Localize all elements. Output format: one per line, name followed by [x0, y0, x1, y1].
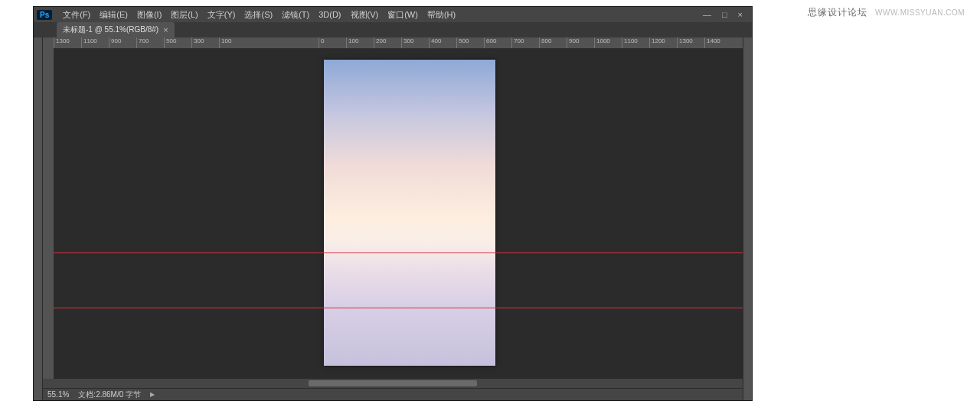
ruler-horizontal[interactable]: 1300 1100 900 700 500 300 100 0 100 200 … — [43, 37, 743, 48]
ruler-vertical[interactable] — [43, 48, 54, 379]
ruler-tick: 500 — [164, 37, 176, 48]
document-tabbar: 未标题-1 @ 55.1%(RGB/8#) × — [34, 22, 752, 37]
window-controls: — □ × — [701, 10, 749, 19]
ruler-tick: 100 — [346, 37, 358, 48]
menu-image[interactable]: 图像(I) — [132, 9, 166, 21]
menu-window[interactable]: 窗口(W) — [383, 9, 423, 21]
right-panel-strip[interactable] — [743, 37, 752, 400]
watermark-en: WWW.MISSYUAN.COM — [875, 8, 965, 17]
document-tab-title: 未标题-1 @ 55.1%(RGB/8#) — [63, 24, 158, 35]
document-tab[interactable]: 未标题-1 @ 55.1%(RGB/8#) × — [57, 22, 175, 37]
minimize-button[interactable]: — — [701, 10, 713, 19]
menu-filter[interactable]: 滤镜(T) — [277, 9, 314, 21]
ruler-tick: 400 — [429, 37, 441, 48]
canvas-area: 1300 1100 900 700 500 300 100 0 100 200 … — [43, 37, 743, 400]
menu-file[interactable]: 文件(F) — [58, 9, 95, 21]
status-arrow-icon[interactable]: ▶ — [150, 391, 155, 398]
left-tool-strip[interactable] — [34, 37, 43, 400]
ruler-tick: 700 — [136, 37, 149, 48]
scroll-thumb[interactable] — [309, 380, 476, 386]
ruler-tick: 300 — [401, 37, 413, 48]
ruler-tick: 1400 — [704, 37, 720, 48]
artboard[interactable] — [324, 60, 495, 366]
canvas-viewport[interactable] — [54, 48, 743, 379]
ruler-tick: 1100 — [81, 37, 97, 48]
menu-view[interactable]: 视图(V) — [346, 9, 384, 21]
ruler-tick: 1300 — [677, 37, 693, 48]
ruler-tick: 800 — [539, 37, 551, 48]
ruler-tick: 500 — [456, 37, 469, 48]
ruler-tick: 1200 — [649, 37, 665, 48]
menu-edit[interactable]: 编辑(E) — [95, 9, 132, 21]
ruler-tick: 700 — [511, 37, 524, 48]
maximize-button[interactable]: □ — [720, 10, 729, 19]
ruler-tick: 200 — [374, 37, 386, 48]
close-button[interactable]: × — [737, 10, 744, 19]
statusbar: 55.1% 文档:2.86M/0 字节 ▶ — [43, 388, 743, 400]
photoshop-window: Ps 文件(F) 编辑(E) 图像(I) 图层(L) 文字(Y) 选择(S) 滤… — [33, 6, 753, 401]
tab-close-icon[interactable]: × — [163, 25, 168, 34]
scrollbar-horizontal[interactable] — [43, 379, 743, 388]
workspace: 1300 1100 900 700 500 300 100 0 100 200 … — [34, 37, 752, 400]
menu-select[interactable]: 选择(S) — [240, 9, 277, 21]
ruler-tick: 1000 — [594, 37, 610, 48]
canvas-row — [43, 48, 743, 379]
menubar: Ps 文件(F) 编辑(E) 图像(I) 图层(L) 文字(Y) 选择(S) 滤… — [34, 7, 752, 22]
ruler-tick: 600 — [484, 37, 496, 48]
ps-logo-icon: Ps — [37, 10, 52, 20]
ruler-tick: 1300 — [54, 37, 70, 48]
menu-type[interactable]: 文字(Y) — [203, 9, 240, 21]
status-zoom[interactable]: 55.1% — [47, 390, 69, 399]
ruler-tick: 900 — [109, 37, 121, 48]
status-doc-info[interactable]: 文档:2.86M/0 字节 — [78, 389, 141, 400]
watermark: 思缘设计论坛 WWW.MISSYUAN.COM — [808, 6, 965, 19]
ruler-tick: 0 — [318, 37, 324, 48]
watermark-cn: 思缘设计论坛 — [808, 7, 867, 18]
menu-3d[interactable]: 3D(D) — [314, 10, 345, 19]
ruler-tick: 100 — [219, 37, 231, 48]
ruler-tick: 1100 — [622, 37, 638, 48]
ruler-tick: 300 — [191, 37, 204, 48]
ruler-tick: 900 — [567, 37, 579, 48]
menu-help[interactable]: 帮助(H) — [423, 9, 460, 21]
menu-layer[interactable]: 图层(L) — [166, 9, 202, 21]
